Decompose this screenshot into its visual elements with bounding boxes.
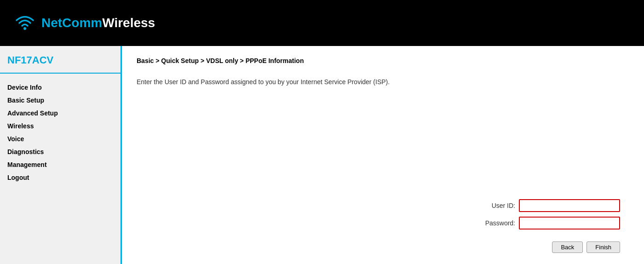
sidebar-item-basic-setup[interactable]: Basic Setup xyxy=(0,94,121,107)
sidebar: NF17ACV Device Info Basic Setup Advanced… xyxy=(0,46,122,264)
userid-input[interactable] xyxy=(519,199,620,212)
button-row: Back Finish xyxy=(552,241,620,253)
svg-point-0 xyxy=(23,27,26,30)
description-text: Enter the User ID and Password assigned … xyxy=(137,78,629,86)
userid-row: User ID: xyxy=(478,199,620,212)
sidebar-nav: Device Info Basic Setup Advanced Setup W… xyxy=(0,74,121,184)
sidebar-item-diagnostics[interactable]: Diagnostics xyxy=(0,145,121,158)
password-row: Password: xyxy=(478,217,620,230)
sidebar-item-device-info[interactable]: Device Info xyxy=(0,81,121,94)
device-model: NF17ACV xyxy=(0,46,121,74)
sidebar-item-management[interactable]: Management xyxy=(0,158,121,171)
main-layout: NF17ACV Device Info Basic Setup Advanced… xyxy=(0,46,644,264)
header: NetCommWireless xyxy=(0,0,644,46)
password-label: Password: xyxy=(478,219,515,227)
breadcrumb: Basic > Quick Setup > VDSL only > PPPoE … xyxy=(137,57,629,64)
finish-button[interactable]: Finish xyxy=(586,241,620,253)
sidebar-item-wireless[interactable]: Wireless xyxy=(0,120,121,132)
content-area: Basic > Quick Setup > VDSL only > PPPoE … xyxy=(122,46,644,264)
pppoe-form: User ID: Password: Back Finish xyxy=(137,199,629,253)
sidebar-item-logout[interactable]: Logout xyxy=(0,171,121,184)
userid-label: User ID: xyxy=(478,202,515,209)
logo: NetCommWireless xyxy=(14,12,155,34)
sidebar-item-advanced-setup[interactable]: Advanced Setup xyxy=(0,107,121,120)
sidebar-item-voice[interactable]: Voice xyxy=(0,132,121,145)
netcomm-logo-icon xyxy=(14,12,36,34)
password-input[interactable] xyxy=(519,217,620,230)
back-button[interactable]: Back xyxy=(552,241,583,253)
logo-text: NetCommWireless xyxy=(41,16,155,30)
